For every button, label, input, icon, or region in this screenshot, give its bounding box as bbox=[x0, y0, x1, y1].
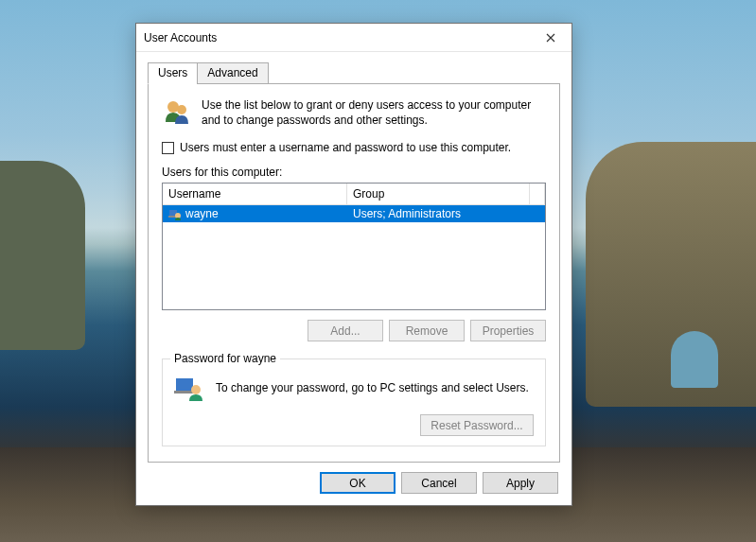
intro-row: Use the list below to grant or deny user… bbox=[162, 97, 546, 128]
require-login-checkbox-row[interactable]: Users must enter a username and password… bbox=[162, 141, 546, 154]
apply-button[interactable]: Apply bbox=[483, 472, 558, 494]
user-buttons-row: Add... Remove Properties bbox=[162, 320, 546, 341]
checkbox-icon[interactable] bbox=[162, 142, 174, 154]
listview-header: Username Group bbox=[163, 184, 545, 205]
window-title: User Accounts bbox=[144, 31, 529, 44]
remove-button: Remove bbox=[389, 320, 465, 341]
users-icon bbox=[162, 97, 192, 128]
user-password-icon bbox=[174, 373, 204, 403]
column-spacer bbox=[530, 184, 545, 205]
cell-group: Users; Administrators bbox=[353, 207, 461, 220]
svg-rect-5 bbox=[176, 378, 193, 391]
column-username[interactable]: Username bbox=[163, 184, 347, 205]
tab-panel-users: Use the list below to grant or deny user… bbox=[148, 83, 560, 463]
dialog-button-bar: OK Cancel Apply bbox=[136, 463, 571, 505]
reset-password-button: Reset Password... bbox=[420, 414, 534, 436]
user-accounts-dialog: User Accounts Users Advanced bbox=[135, 23, 572, 506]
cancel-button[interactable]: Cancel bbox=[401, 472, 477, 494]
users-list-label: Users for this computer: bbox=[162, 166, 546, 179]
tab-users[interactable]: Users bbox=[148, 62, 198, 84]
checkbox-label: Users must enter a username and password… bbox=[180, 141, 511, 154]
close-icon bbox=[546, 30, 555, 45]
close-button[interactable] bbox=[529, 24, 571, 51]
table-row[interactable]: wayne Users; Administrators bbox=[163, 205, 545, 222]
users-listview[interactable]: Username Group bbox=[162, 183, 546, 310]
svg-point-1 bbox=[177, 105, 186, 114]
ok-button[interactable]: OK bbox=[320, 472, 396, 494]
tab-advanced[interactable]: Advanced bbox=[197, 62, 268, 84]
user-avatar-icon bbox=[168, 207, 182, 220]
titlebar[interactable]: User Accounts bbox=[136, 24, 571, 52]
tabstrip: Users Advanced bbox=[148, 62, 560, 84]
column-group[interactable]: Group bbox=[347, 184, 530, 205]
password-instruction-text: To change your password, go to PC settin… bbox=[216, 381, 529, 394]
properties-button: Properties bbox=[470, 320, 546, 341]
password-groupbox: Password for wayne To change your passwo… bbox=[162, 358, 546, 446]
password-groupbox-title: Password for wayne bbox=[170, 352, 280, 365]
add-button: Add... bbox=[308, 320, 383, 341]
intro-text: Use the list below to grant or deny user… bbox=[202, 97, 546, 128]
svg-point-7 bbox=[191, 385, 201, 394]
cell-username: wayne bbox=[185, 207, 219, 220]
